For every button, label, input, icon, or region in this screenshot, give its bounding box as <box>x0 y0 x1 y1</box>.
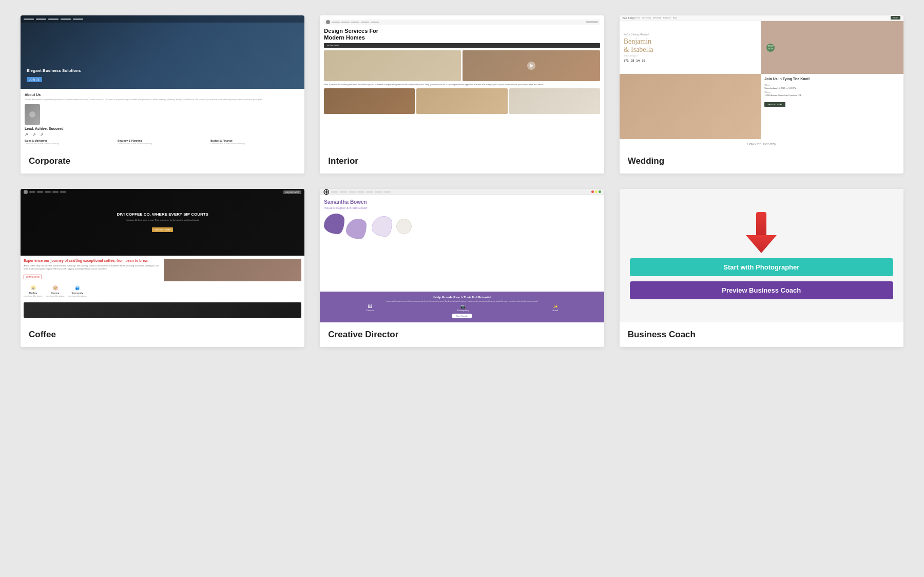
interior-image-1 <box>324 50 461 81</box>
coffee-icon-souring: 🌱 Souring Lorem ipsum dolor sit amet. <box>46 285 65 299</box>
cd-blob-3 <box>372 216 392 237</box>
interior-image-3 <box>324 88 415 114</box>
card-interior[interactable]: Design Services For Modern Homes BOOK NO… <box>320 15 604 174</box>
coffee-hero-text: DIVI COFFEE CO. WHERE EVERY SIP COUNTS <box>117 212 208 217</box>
arrow-sales: ↗ <box>25 132 28 137</box>
card-corporate[interactable]: Elegant Business Solutions JOIN US About… <box>21 15 304 174</box>
wedding-hero-photo: RSVPNOW <box>761 21 903 74</box>
corporate-about: About Us <box>25 93 300 97</box>
bc-arrow-container <box>743 212 779 253</box>
card-coffee[interactable]: INQUIRE NOW DIVI COFFEE CO. WHERE EVERY … <box>21 189 304 347</box>
corporate-lead: Lead. Achive. Succeed. <box>25 127 300 130</box>
interior-image-2 <box>463 50 600 81</box>
cd-icon-brand: ✨ Brand <box>552 304 558 312</box>
cd-bottom-title: I Help Brands Reach Their Full Potential <box>324 296 600 299</box>
metric-sales: Sales & Marketing <box>25 139 114 142</box>
metric-strategy: Strategy & Planning <box>118 139 207 142</box>
cd-bottom-text: I partner with brands to uncover their u… <box>324 300 600 302</box>
arrow-strategy: ↗ <box>32 132 36 137</box>
interior-title: Design Services For Modern Homes <box>324 28 600 41</box>
wedding-hands-photo <box>620 74 762 139</box>
metric-budget: Budget & Finance <box>210 139 300 142</box>
wedding-join-title: Join Us In Tying The Knot! <box>764 77 900 81</box>
cd-title: Visual Designer & Brand Expert <box>324 206 600 209</box>
coffee-exp-text: Experience our journey of crafting excep… <box>24 259 162 263</box>
wedding-subtitle: We're Getting Married! <box>624 33 758 36</box>
coffee-label: Coffee <box>21 322 304 347</box>
cd-name: Samantha Bowen <box>324 199 600 205</box>
interior-desc: With a passion for creating beautiful, f… <box>324 83 600 86</box>
business-coach-label: Business Coach <box>620 322 903 347</box>
wedding-label: Wedding <box>620 149 903 174</box>
cd-blob-4 <box>396 219 412 234</box>
template-grid: Elegant Business Solutions JOIN US About… <box>21 15 903 347</box>
cd-icon-photography: 📷 Photography <box>457 304 469 312</box>
coffee-preview: INQUIRE NOW DIVI COFFEE CO. WHERE EVERY … <box>21 189 304 322</box>
start-with-photographer-button[interactable]: Start with Photographer <box>630 258 893 276</box>
interior-cta: BOOK NOW <box>324 43 600 48</box>
card-business-coach[interactable]: Start with Photographer Preview Business… <box>620 189 903 347</box>
svg-rect-0 <box>756 212 766 238</box>
coffee-bottom-image <box>24 302 301 318</box>
svg-marker-1 <box>746 235 777 253</box>
wedding-preview: Ben & Izzy Home Our Story Wedding Regist… <box>620 15 903 149</box>
interior-image-5 <box>509 88 600 114</box>
corporate-cta: JOIN US <box>27 77 42 82</box>
preview-business-coach-button[interactable]: Preview Business Coach <box>630 281 893 299</box>
corporate-preview: Elegant Business Solutions JOIN US About… <box>21 15 304 149</box>
coffee-icon-community: 👥 Community Lorem ipsum dolor sit amet. <box>68 285 87 299</box>
interior-preview: Design Services For Modern Homes BOOK NO… <box>320 15 604 149</box>
cd-blob-1 <box>324 214 344 234</box>
coffee-cta: VISIT US TODAY <box>152 227 173 232</box>
interior-image-4 <box>416 88 507 114</box>
corporate-label: Corporate <box>21 149 304 174</box>
wedding-names: Benjamin & Isabella <box>624 37 758 53</box>
coffee-icon-roofing: ☕ Roofing Lorem ipsum dolor sit amet. <box>24 285 43 299</box>
wedding-story-title: How Ben Met Izzy <box>620 139 903 149</box>
wedding-save-btn: SAVE MY SEAT <box>764 102 785 107</box>
creative-director-label: Creative Director <box>320 322 604 347</box>
wedding-logo: Ben & Izzy <box>623 16 635 20</box>
cd-cta-btn: Start Sample <box>452 314 472 318</box>
corporate-hero-text: Elegant Business Solutions <box>27 68 81 73</box>
creative-director-preview: ⊕ Samantha Bowen Visual <box>320 189 604 322</box>
card-creative-director[interactable]: ⊕ Samantha Bowen Visual <box>320 189 604 347</box>
arrow-budget: ↗ <box>40 132 44 137</box>
bc-down-arrow-icon <box>746 212 777 253</box>
interior-label: Interior <box>320 149 604 174</box>
coffee-body-image <box>164 259 302 281</box>
business-coach-preview: Start with Photographer Preview Business… <box>620 189 903 322</box>
cd-blob-2 <box>346 219 367 239</box>
corporate-desc: We are dedicated to empowering businesse… <box>25 98 300 101</box>
cd-icon-curation: 🖼 Curation <box>366 304 374 312</box>
card-wedding[interactable]: Ben & Izzy Home Our Story Wedding Regist… <box>620 15 903 174</box>
